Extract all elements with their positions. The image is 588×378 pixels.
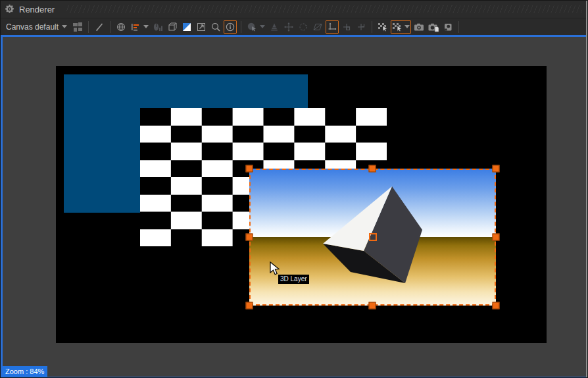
zoom-tool-icon[interactable] xyxy=(209,20,222,34)
panel-drag-texture[interactable] xyxy=(66,5,582,13)
snapshot-camera-icon[interactable] xyxy=(412,20,426,34)
usage-stats-icon[interactable] xyxy=(151,20,164,34)
toolbar-separator xyxy=(241,21,241,33)
region-select-icon[interactable] xyxy=(376,20,389,34)
layer-tooltip: 3D Layer xyxy=(278,275,309,284)
toolbar-separator xyxy=(110,21,110,33)
region-select-alt-icon xyxy=(392,22,403,32)
axis-translate-icon[interactable] xyxy=(340,20,353,34)
canvas-preset-label: Canvas default xyxy=(6,22,59,32)
anchor-point[interactable] xyxy=(369,233,377,241)
rotate-tool-icon[interactable] xyxy=(297,20,310,34)
transparency-toggle-icon[interactable] xyxy=(180,20,193,34)
cone-tool-icon[interactable] xyxy=(268,20,281,34)
layout-blocks-icon[interactable] xyxy=(71,20,84,34)
toolbar-separator xyxy=(458,21,459,33)
chevron-down-icon xyxy=(62,25,67,28)
toolbar-separator xyxy=(88,21,89,33)
chevron-down-icon xyxy=(404,25,410,28)
render-viewport[interactable] xyxy=(56,66,547,343)
chevron-down-icon[interactable] xyxy=(260,25,265,28)
window-edge xyxy=(586,1,587,378)
selection-handle-w[interactable] xyxy=(246,234,253,241)
gear-icon[interactable] xyxy=(4,4,14,14)
move-tool-icon[interactable] xyxy=(282,20,295,34)
title-bar: Renderer xyxy=(1,1,587,18)
toolbar-separator xyxy=(372,21,372,33)
pen-icon[interactable] xyxy=(93,20,106,34)
skew-tool-icon[interactable] xyxy=(311,20,324,34)
selection-handle-nw[interactable] xyxy=(246,165,253,173)
snapshot-copy-icon[interactable] xyxy=(427,20,440,34)
properties-list-icon[interactable] xyxy=(129,20,142,34)
info-overlay-icon[interactable] xyxy=(224,20,237,34)
3d-layer[interactable] xyxy=(249,169,496,306)
toolbar: Canvas default xyxy=(1,18,587,35)
wireframe-cube-icon[interactable] xyxy=(166,20,179,34)
selection-handle-e[interactable] xyxy=(493,234,500,241)
renderer-window: Renderer Canvas default xyxy=(0,0,588,378)
selection-handle-n[interactable] xyxy=(369,165,376,173)
selection-handle-se[interactable] xyxy=(493,302,500,310)
axis-snap-icon[interactable] xyxy=(355,20,368,34)
region-select-alt-button[interactable] xyxy=(391,20,411,34)
zoom-indicator-badge: Zoom : 84% xyxy=(3,366,47,377)
sphere-tool-icon[interactable] xyxy=(245,20,258,34)
selection-handle-sw[interactable] xyxy=(246,302,253,310)
selection-handle-ne[interactable] xyxy=(493,165,500,173)
chevron-down-icon[interactable] xyxy=(143,25,149,28)
axis-gizmo-icon[interactable] xyxy=(326,20,339,34)
globe-icon[interactable] xyxy=(114,20,128,34)
selection-handle-s[interactable] xyxy=(369,302,376,310)
panel-title: Renderer xyxy=(19,5,55,14)
renderer-canvas[interactable]: 3D Layer Zoom : 84% xyxy=(1,35,588,378)
canvas-preset-dropdown[interactable]: Canvas default xyxy=(6,22,67,32)
resize-region-icon[interactable] xyxy=(195,20,208,34)
snapshot-save-icon[interactable] xyxy=(441,20,454,34)
mouse-cursor-icon xyxy=(270,261,282,280)
